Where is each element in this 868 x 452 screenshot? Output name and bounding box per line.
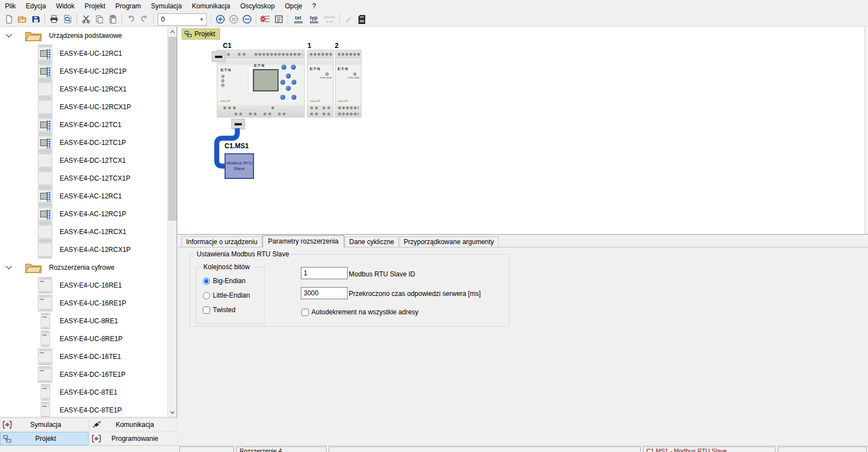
zoom-in-icon[interactable] bbox=[213, 13, 227, 26]
details-tab[interactable]: Informacje o urządzeniu bbox=[182, 236, 262, 247]
menu-item-widok[interactable]: Widok bbox=[51, 1, 79, 12]
view-button-symulacja[interactable]: Symulacja bbox=[0, 418, 89, 431]
print-icon[interactable] bbox=[47, 13, 61, 26]
details-tab[interactable]: Dane cykliczne bbox=[345, 236, 399, 247]
expansion-module-1[interactable]: E:T·N POW / RUN easy-E4 bbox=[307, 50, 334, 118]
expansion-module-2[interactable]: E:T·N POW / RUN easy-E4 bbox=[335, 50, 362, 118]
undo-icon[interactable] bbox=[124, 13, 138, 26]
wand-icon[interactable] bbox=[342, 13, 355, 26]
little-endian-radio[interactable] bbox=[203, 292, 210, 299]
zoom-out-icon[interactable] bbox=[240, 13, 253, 26]
new-file-icon[interactable] bbox=[2, 13, 16, 26]
menu-item-komunikacja[interactable]: Komunikacja bbox=[187, 1, 235, 12]
scroll-down-button[interactable] bbox=[168, 407, 177, 417]
view-button-programowanie[interactable]: Programowanie bbox=[89, 432, 178, 445]
sd-card-icon[interactable]: SD bbox=[355, 13, 369, 26]
tree-item[interactable]: EASY-E4-UC-12RCX1P bbox=[0, 98, 168, 116]
print-preview-icon[interactable] bbox=[61, 13, 74, 26]
scrollbar-thumb[interactable] bbox=[168, 37, 177, 221]
view-button-projekt[interactable]: Projekt bbox=[0, 432, 89, 445]
tree-item[interactable]: EASY-E4-DC-12TC1 bbox=[0, 116, 168, 134]
show-text-icon[interactable]: txt bbox=[290, 13, 306, 26]
checkbox-twisted[interactable]: Twisted bbox=[203, 306, 236, 314]
chevron-down-icon[interactable]: ▼ bbox=[197, 17, 206, 22]
radio-big-endian[interactable]: Big-Endian bbox=[203, 277, 246, 285]
tree-item[interactable]: EASY-E4-DC-8TE1 bbox=[0, 383, 168, 401]
cut-icon[interactable] bbox=[79, 13, 92, 26]
ethernet-connector-top[interactable] bbox=[212, 51, 226, 62]
tree-item[interactable]: EASY-E4-UC-16RE1P bbox=[0, 294, 168, 312]
base-module[interactable]: E:T·N easy-E4 E:T·N bbox=[217, 50, 305, 118]
modbus-rtu-slave-block[interactable]: Modbus RTU Slave bbox=[225, 153, 254, 179]
device-label: EASY-E4-UC-12RC1P bbox=[60, 67, 126, 75]
tree-item[interactable]: EASY-E4-AC-12RCX1 bbox=[0, 223, 168, 241]
tree-item[interactable]: EASY-E4-AC-12RC1 bbox=[0, 187, 168, 205]
slave-id-input[interactable] bbox=[301, 267, 348, 279]
device-icon bbox=[38, 187, 52, 205]
toolbar-separator bbox=[153, 14, 154, 25]
tree-group-header[interactable]: Urządzenia podstawowe bbox=[0, 27, 168, 45]
radio-little-endian[interactable]: Little-Endian bbox=[203, 291, 250, 299]
menu-item-plik[interactable]: Plik bbox=[0, 1, 21, 12]
toolbar-separator bbox=[256, 14, 256, 25]
tree-item[interactable]: EASY-E4-AC-12RCX1P bbox=[0, 241, 168, 259]
project-canvas[interactable]: Projekt C1 1 2 E:T·N easy-E4 E:T bbox=[178, 27, 868, 234]
folder-icon bbox=[25, 29, 42, 42]
copy-icon[interactable] bbox=[92, 13, 106, 26]
big-endian-label: Big-Endian bbox=[213, 277, 246, 285]
canvas-right-splitter[interactable] bbox=[865, 27, 868, 234]
open-file-icon[interactable] bbox=[16, 13, 29, 26]
device-icon bbox=[38, 80, 52, 98]
menu-item-oscyloskop[interactable]: Oscyloskop bbox=[235, 1, 280, 12]
tree-item[interactable]: EASY-E4-UC-12RC1P bbox=[0, 62, 168, 80]
save-icon[interactable] bbox=[29, 13, 42, 26]
menu-item-opcje[interactable]: Opcje bbox=[280, 1, 307, 12]
view-button-komunikacja[interactable]: Komunikacja bbox=[89, 418, 178, 431]
autodecrement-checkbox[interactable] bbox=[301, 309, 309, 316]
tree-group-header[interactable]: Rozszerzenia cyfrowe bbox=[0, 259, 168, 276]
twisted-checkbox[interactable] bbox=[203, 307, 210, 314]
menu-item-?[interactable]: ? bbox=[308, 1, 321, 12]
checkbox-autodecrement[interactable]: Autodekrement na wszystkie adresy bbox=[301, 308, 418, 316]
device-label: EASY-E4-UC-8RE1P bbox=[60, 335, 123, 343]
big-endian-radio[interactable] bbox=[203, 278, 210, 285]
status-bar: Rozszerzenie 4 C1.MS1 - Modbus RTU Slave bbox=[0, 445, 868, 452]
remarks-icon[interactable] bbox=[272, 13, 285, 26]
device-label: EASY-E4-UC-12RCX1 bbox=[60, 85, 126, 93]
cross-references-icon[interactable] bbox=[259, 13, 272, 26]
tree-scrollbar[interactable] bbox=[167, 27, 177, 417]
tree-item[interactable]: EASY-E4-DC-12TC1P bbox=[0, 134, 168, 152]
tree-item[interactable]: EASY-E4-DC-16TE1 bbox=[0, 348, 168, 366]
tree-item[interactable]: EASY-E4-UC-12RCX1 bbox=[0, 80, 168, 98]
tree-item[interactable]: EASY-E4-UC-8RE1 bbox=[0, 312, 168, 330]
show-type-icon[interactable]: typ bbox=[306, 13, 321, 26]
tree-item[interactable]: EASY-E4-UC-16RE1 bbox=[0, 276, 168, 294]
timeout-input[interactable] bbox=[301, 287, 348, 299]
details-tab[interactable]: Przyporządkowane argumenty bbox=[399, 236, 499, 247]
menu-item-program[interactable]: Program bbox=[110, 1, 146, 12]
tab-projekt[interactable]: Projekt bbox=[182, 28, 220, 40]
tree-item[interactable]: EASY-E4-UC-12RC1 bbox=[0, 45, 168, 62]
zoom-100-icon[interactable] bbox=[227, 13, 240, 26]
paste-icon[interactable] bbox=[106, 13, 119, 26]
tree-item[interactable]: EASY-E4-DC-12TCX1 bbox=[0, 152, 168, 169]
details-tab[interactable]: Parametry rozszerzenia bbox=[262, 235, 344, 247]
scroll-up-button[interactable] bbox=[168, 27, 177, 36]
redo-icon[interactable] bbox=[138, 13, 151, 26]
chevron-down-icon[interactable] bbox=[6, 264, 13, 271]
expansion-connector-bottom[interactable] bbox=[231, 119, 245, 129]
tree-item[interactable]: EASY-E4-DC-16TE1P bbox=[0, 366, 168, 383]
tree-item[interactable]: EASY-E4-AC-12RC1P bbox=[0, 205, 168, 223]
tree-item[interactable]: EASY-E4-DC-8TE1P bbox=[0, 401, 168, 417]
plc-device[interactable]: E:T·N easy-E4 E:T·N bbox=[217, 50, 363, 118]
expansion1-label: 1 bbox=[308, 42, 311, 50]
zoom-level-value: 0 bbox=[158, 16, 197, 23]
fit-width-icon[interactable] bbox=[321, 13, 337, 26]
menu-item-edycja[interactable]: Edycja bbox=[21, 1, 51, 12]
menu-item-projekt[interactable]: Projekt bbox=[80, 1, 110, 12]
tree-item[interactable]: EASY-E4-DC-12TCX1P bbox=[0, 169, 168, 187]
chevron-down-icon[interactable] bbox=[6, 32, 13, 40]
tree-item[interactable]: EASY-E4-UC-8RE1P bbox=[0, 330, 168, 348]
menu-item-symulacja[interactable]: Symulacja bbox=[146, 1, 187, 12]
zoom-level-combobox[interactable]: 0 ▼ bbox=[158, 13, 207, 26]
